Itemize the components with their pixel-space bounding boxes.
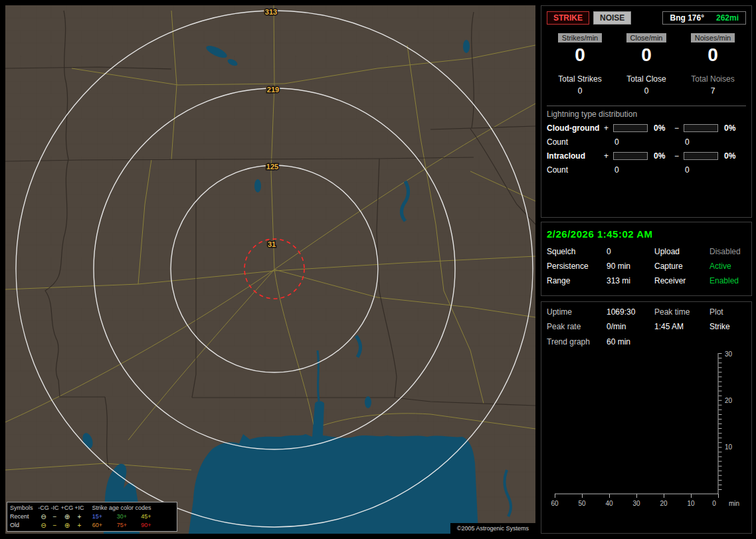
app-window: 313 219 125 31 Symbols -CG -IC +CG +IC S… — [0, 0, 756, 539]
trend-axes — [555, 353, 718, 494]
distribution-title: Lightning type distribution — [547, 106, 746, 123]
x-tick-40: 40 — [605, 500, 613, 507]
range-ring-label-125: 125 — [266, 163, 278, 171]
cg-minus-pct: 0% — [722, 123, 746, 133]
total-noises-value: 7 — [680, 86, 746, 96]
upload-label: Upload — [654, 247, 709, 256]
intracloud-count-row: Count 0 0 — [547, 165, 746, 175]
uptime-label: Uptime — [547, 307, 607, 317]
ic-plus-count: 0 — [613, 165, 652, 175]
x-tick-10: 10 — [687, 500, 695, 507]
pos-ic-icon: + — [74, 512, 85, 521]
peak-rate-label: Peak rate — [547, 322, 607, 331]
total-strikes-label: Total Strikes — [547, 74, 613, 84]
counters-section: STRIKE NOISE Bng 176° 262mi Strikes/min … — [541, 5, 752, 218]
neg-cg-icon: ⊖ — [38, 512, 49, 521]
uptime-value: 1069:30 — [607, 307, 654, 317]
age-90: 90+ — [134, 521, 158, 530]
ic-plus-pct: 0% — [652, 151, 674, 161]
strike-mode-button[interactable]: STRIKE — [547, 11, 589, 25]
y-tick-10: 10 — [725, 443, 733, 451]
x-unit-label: min — [729, 500, 739, 507]
legend-col-ncg: -CG — [38, 504, 49, 512]
squelch-value: 0 — [607, 247, 654, 256]
peak-time-label: Peak time — [654, 307, 709, 317]
trend-section: Uptime 1069:30 Peak time Plot Peak rate … — [541, 301, 752, 534]
cloud-ground-label: Cloud-ground — [547, 123, 604, 133]
age-60: 60+ — [85, 521, 110, 530]
range-ring-label-313: 313 — [265, 8, 277, 16]
close-per-min-value: 0 — [613, 46, 680, 64]
age-75: 75+ — [110, 521, 134, 530]
minus-sign: − — [674, 123, 684, 133]
intracloud-row: Intracloud + 0% − 0% — [547, 151, 746, 161]
y-tick-20: 20 — [725, 397, 733, 404]
pos-cg-icon: ⊕ — [60, 512, 74, 521]
close-per-min-chip[interactable]: Close/min — [626, 33, 667, 42]
strike-map[interactable]: 313 219 125 31 Symbols -CG -IC +CG +IC S… — [5, 5, 535, 534]
peak-rate-value: 0/min — [607, 322, 654, 331]
ic-plus-bar — [613, 152, 648, 160]
legend-old-label: Old — [10, 521, 38, 530]
peak-time-value: 1:45 AM — [654, 322, 709, 331]
neg-cg-icon: ⊖ — [38, 521, 49, 530]
cg-minus-count: 0 — [684, 137, 722, 147]
cg-minus-bar — [684, 124, 718, 132]
total-close-label: Total Close — [613, 74, 680, 84]
cloud-ground-row: Cloud-ground + 0% − 0% — [547, 123, 746, 133]
cg-plus-bar — [613, 124, 648, 132]
range-value: 313 mi — [607, 276, 654, 285]
plus-sign: + — [604, 151, 613, 161]
trend-graph-value: 60 min — [607, 337, 654, 346]
ic-minus-bar — [684, 152, 718, 160]
range-ring-label-31: 31 — [268, 240, 276, 248]
bearing-value: Bng 176° — [670, 13, 704, 23]
map-canvas[interactable]: 313 219 125 31 — [5, 5, 535, 534]
neg-ic-icon: − — [49, 521, 60, 530]
range-ring-label-219: 219 — [267, 86, 279, 94]
count-label: Count — [547, 165, 604, 175]
ic-minus-pct: 0% — [722, 151, 746, 161]
y-tick-30: 30 — [725, 350, 733, 358]
legend-age-header: Strike age color codes — [85, 504, 158, 512]
x-tick-20: 20 — [660, 500, 668, 507]
legend-row-recent: Recent ⊖ − ⊕ + 15+ 30+ 45+ — [10, 512, 174, 521]
bearing-range: 262mi — [716, 13, 739, 23]
trend-graph: 30 20 10 60 50 40 30 20 10 0 min — [547, 349, 747, 511]
neg-ic-icon: − — [49, 512, 60, 521]
status-section: 2/26/2026 1:45:02 AM Squelch 0 Upload Di… — [541, 222, 752, 296]
noises-per-min-value: 0 — [680, 46, 746, 64]
x-tick-50: 50 — [578, 500, 586, 507]
side-panel: STRIKE NOISE Bng 176° 262mi Strikes/min … — [541, 5, 752, 534]
trend-graph-label: Trend graph — [547, 337, 607, 346]
age-15: 15+ — [85, 512, 110, 521]
total-close-value: 0 — [613, 86, 680, 96]
age-30: 30+ — [110, 512, 134, 521]
bearing-display: Bng 176° 262mi — [662, 11, 746, 25]
count-label: Count — [547, 137, 604, 147]
persistence-value: 90 min — [607, 262, 654, 271]
squelch-label: Squelch — [547, 247, 607, 256]
legend-row-old: Old ⊖ − ⊕ + 60+ 75+ 90+ — [10, 521, 174, 530]
plus-sign: + — [604, 123, 613, 133]
capture-status: Active — [709, 262, 746, 271]
noises-per-min-chip[interactable]: Noises/min — [691, 33, 735, 42]
total-strikes-value: 0 — [547, 86, 613, 96]
plot-value: Strike — [709, 322, 746, 331]
legend-col-pcg: +CG — [60, 504, 74, 512]
persistence-label: Persistence — [547, 262, 607, 271]
pos-ic-icon: + — [74, 521, 85, 530]
legend-recent-label: Recent — [10, 512, 38, 521]
x-tick-0: 0 — [712, 500, 716, 507]
strikes-per-min-chip[interactable]: Strikes/min — [558, 33, 602, 42]
range-label: Range — [547, 276, 607, 285]
x-tick-60: 60 — [551, 500, 559, 507]
noise-mode-button[interactable]: NOISE — [593, 11, 631, 25]
system-clock: 2/26/2026 1:45:02 AM — [547, 228, 746, 240]
receiver-status: Enabled — [709, 276, 746, 285]
plot-label: Plot — [709, 307, 746, 317]
legend-col-nic: -IC — [49, 504, 60, 512]
cloud-ground-count-row: Count 0 0 — [547, 137, 746, 147]
x-tick-30: 30 — [632, 500, 640, 507]
upload-status: Disabled — [709, 247, 746, 256]
